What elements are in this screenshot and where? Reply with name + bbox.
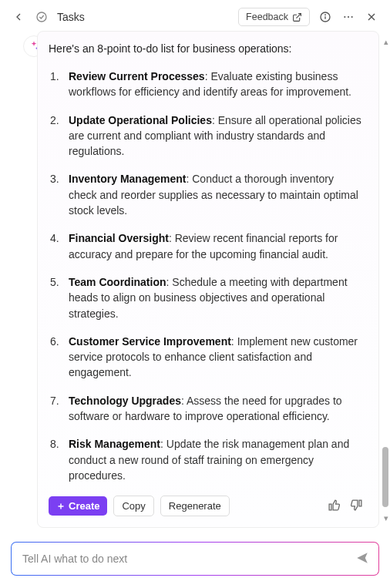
list-item: Inventory Management: Conduct a thorough…: [64, 171, 365, 218]
item-title: Risk Management: [69, 438, 160, 450]
content-area: ▴ Here's an 8-point to-do list for busin…: [0, 31, 390, 524]
item-title: Financial Oversight: [69, 232, 169, 244]
action-row: Create Copy Regenerate: [49, 496, 365, 516]
svg-point-5: [344, 16, 345, 18]
list-item: Update Operational Policies: Ensure all …: [64, 113, 365, 160]
send-icon: [355, 551, 369, 565]
svg-line-1: [296, 13, 301, 18]
ai-input-box: [11, 542, 379, 576]
info-icon: [319, 11, 331, 23]
item-title: Review Current Processes: [69, 70, 205, 82]
ai-input[interactable]: [13, 544, 348, 573]
info-button[interactable]: [318, 9, 333, 25]
close-icon: [365, 11, 378, 23]
copy-label: Copy: [122, 500, 145, 512]
feedback-button[interactable]: Feedback: [238, 8, 310, 26]
item-title: Technology Upgrades: [69, 395, 181, 407]
external-link-icon: [292, 12, 302, 22]
create-button[interactable]: Create: [49, 496, 107, 516]
item-title: Team Coordination: [69, 276, 166, 288]
list-item: Review Current Processes: Evaluate exist…: [64, 69, 365, 100]
more-button[interactable]: [341, 9, 356, 25]
plus-icon: [56, 502, 66, 511]
svg-point-0: [37, 12, 46, 22]
item-title: Update Operational Policies: [69, 114, 212, 126]
list-item: Financial Oversight: Review recent finan…: [64, 230, 365, 262]
svg-point-7: [351, 16, 353, 18]
more-horizontal-icon: [342, 11, 355, 23]
ai-response-card: Here's an 8-point to-do list for busines…: [37, 31, 379, 528]
item-title: Customer Service Improvement: [69, 335, 231, 348]
regenerate-label: Regenerate: [169, 500, 221, 512]
scrollbar-thumb[interactable]: [382, 447, 388, 507]
thumbs-up-button[interactable]: [326, 497, 342, 516]
thumbs-down-button[interactable]: [348, 497, 365, 516]
thumbs-down-icon: [350, 499, 363, 512]
scroll-up-arrow[interactable]: ▴: [384, 37, 388, 47]
list-item: Technology Upgrades: Assess the need for…: [64, 393, 365, 425]
item-title: Inventory Management: [69, 173, 186, 185]
list-item: Team Coordination: Schedule a meeting wi…: [64, 274, 365, 321]
todo-list: Review Current Processes: Evaluate exist…: [49, 69, 365, 483]
page-title: Tasks: [57, 11, 85, 23]
header: Tasks Feedback: [0, 0, 390, 31]
copy-button[interactable]: Copy: [113, 496, 153, 516]
scroll-down-arrow[interactable]: ▾: [384, 513, 388, 523]
svg-point-6: [348, 16, 349, 18]
header-left: Tasks: [11, 9, 230, 25]
create-label: Create: [69, 500, 99, 512]
back-button[interactable]: [11, 9, 26, 25]
send-button[interactable]: [348, 546, 377, 572]
thumbs-up-icon: [328, 499, 341, 512]
feedback-label: Feedback: [246, 12, 288, 22]
list-item: Risk Management: Update the risk managem…: [64, 436, 365, 483]
list-item: Customer Service Improvement: Implement …: [64, 334, 365, 381]
chevron-left-icon: [12, 11, 25, 23]
input-bar: [11, 542, 379, 576]
regenerate-button[interactable]: Regenerate: [160, 496, 230, 516]
tasks-check-icon: [34, 9, 49, 25]
close-button[interactable]: [364, 9, 379, 25]
header-right: Feedback: [238, 8, 379, 26]
intro-text: Here's an 8-point to-do list for busines…: [49, 42, 365, 55]
svg-point-4: [325, 15, 326, 15]
